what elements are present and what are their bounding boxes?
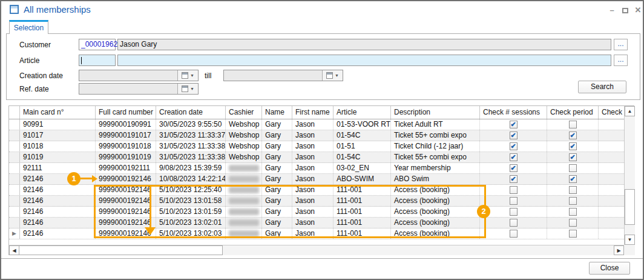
cell-first-name[interactable]: Jason <box>292 174 334 184</box>
column-header[interactable]: Full card number <box>96 106 156 119</box>
table-row[interactable]: 91019999900019101931/05/2023 11:33:38Web… <box>9 152 624 163</box>
check-period-checkbox[interactable] <box>569 230 577 238</box>
column-header[interactable]: Cashier <box>226 106 262 119</box>
row-selector-cell[interactable] <box>9 196 20 206</box>
creation-date-value[interactable] <box>79 70 177 82</box>
row-selector-cell[interactable] <box>9 141 20 152</box>
cell-description[interactable]: ABO Swim <box>391 174 480 184</box>
cell-main-card[interactable]: 91019 <box>20 152 96 162</box>
check-sessions-checkbox[interactable]: ✔ <box>510 132 518 139</box>
cell-name[interactable]: Gary <box>262 163 292 173</box>
cell-check-extra[interactable] <box>599 174 624 184</box>
check-period-checkbox[interactable]: ✔ <box>569 175 577 183</box>
check-sessions-checkbox[interactable]: ✔ <box>510 175 518 183</box>
tab-selection[interactable]: Selection <box>9 20 48 34</box>
row-selector-cell[interactable] <box>9 119 20 130</box>
cell-main-card[interactable]: 92146 <box>20 228 96 239</box>
cell-creation-date[interactable]: 30/05/2023 9:55:50 <box>156 119 226 130</box>
row-selector-cell[interactable] <box>9 163 20 173</box>
cell-check-extra[interactable] <box>599 196 624 206</box>
row-selector-cell[interactable] <box>9 130 20 141</box>
check-sessions-checkbox[interactable]: ✔ <box>510 164 518 172</box>
column-header[interactable]: Creation date <box>156 106 226 119</box>
cell-cashier[interactable]: Webshop <box>226 141 262 152</box>
check-period-checkbox[interactable] <box>569 186 577 194</box>
cell-creation-date[interactable]: 9/08/2023 15:39:59 <box>156 163 226 173</box>
table-row[interactable]: 90991999900019099130/05/2023 9:55:50Webs… <box>9 119 624 130</box>
cell-check-extra[interactable] <box>599 152 624 162</box>
cell-name[interactable]: Gary <box>262 174 292 184</box>
cell-first-name[interactable]: Jason <box>292 152 334 162</box>
cell-description[interactable]: Ticket Child (-12 jaar) <box>391 141 480 152</box>
cell-creation-date[interactable]: 31/05/2023 11:33:37 <box>156 130 226 141</box>
row-selector-cell[interactable] <box>9 174 20 184</box>
cell-description[interactable]: Ticket 55+ combi expo <box>391 130 480 141</box>
check-period-checkbox[interactable]: ✔ <box>569 132 577 139</box>
column-header[interactable]: Check se <box>599 106 624 119</box>
cell-full-card[interactable]: 9999000190991 <box>96 119 156 130</box>
check-period-checkbox[interactable] <box>569 121 577 128</box>
cell-article[interactable]: 01-53-VOOR RT <box>334 119 391 130</box>
scroll-right-icon[interactable]: ▶ <box>614 245 624 255</box>
cell-description[interactable]: Ticket Adult RT <box>391 119 480 130</box>
check-period-checkbox[interactable]: ✔ <box>569 153 577 161</box>
table-row[interactable]: 92146999900019214610/08/2023 14:22:14Gar… <box>9 174 624 185</box>
cell-cashier[interactable] <box>226 174 262 184</box>
cell-cashier[interactable] <box>226 163 262 173</box>
cell-main-card[interactable]: 91018 <box>20 141 96 152</box>
column-header[interactable]: First name <box>292 106 334 119</box>
cell-article[interactable]: 01-51 <box>334 141 391 152</box>
column-header[interactable]: Check # sessions <box>480 106 547 119</box>
check-period-checkbox[interactable] <box>569 219 577 227</box>
cell-check-extra[interactable] <box>599 119 624 130</box>
column-header[interactable]: Description <box>391 106 480 119</box>
cell-full-card[interactable]: 9999000191018 <box>96 141 156 152</box>
cell-cashier[interactable]: Webshop <box>226 152 262 162</box>
cell-full-card[interactable]: 9999000191019 <box>96 152 156 162</box>
cell-check-extra[interactable] <box>599 130 624 141</box>
till-date-picker-button[interactable]: ▼ <box>322 70 343 81</box>
ref-date-value[interactable] <box>79 84 177 95</box>
cell-cashier[interactable]: Webshop <box>226 130 262 141</box>
cell-article[interactable]: 01-54C <box>334 130 391 141</box>
close-button[interactable]: Close <box>589 262 630 275</box>
ref-date-picker-button[interactable]: ▼ <box>177 84 198 94</box>
cell-creation-date[interactable]: 10/08/2023 14:22:14 <box>156 174 226 184</box>
till-date-value[interactable] <box>224 70 322 82</box>
article-browse-button[interactable]: ... <box>614 55 628 66</box>
cell-article[interactable]: 03-02_EN <box>334 163 391 173</box>
close-icon[interactable]: ✕ <box>633 6 643 15</box>
horizontal-scrollbar-thumb[interactable] <box>19 245 223 255</box>
cell-main-card[interactable]: 92111 <box>20 163 96 173</box>
cell-check-extra[interactable] <box>599 207 624 217</box>
till-date-field[interactable]: ▼ <box>223 70 343 81</box>
scroll-down-icon[interactable]: ▼ <box>625 235 635 245</box>
check-sessions-checkbox[interactable] <box>510 230 518 238</box>
creation-date-picker-button[interactable]: ▼ <box>177 70 198 81</box>
check-sessions-checkbox[interactable] <box>510 186 518 194</box>
cell-description[interactable]: Ticket 55+ combi expo <box>391 152 480 162</box>
minimize-icon[interactable]: – <box>607 6 617 15</box>
customer-number-field[interactable]: _00001962 <box>79 39 116 50</box>
row-selector-cell[interactable] <box>9 218 20 228</box>
check-sessions-checkbox[interactable] <box>510 219 518 227</box>
column-header[interactable]: Check period <box>547 106 599 119</box>
cell-main-card[interactable]: 92146 <box>20 196 96 206</box>
check-period-checkbox[interactable] <box>569 164 577 172</box>
column-header[interactable]: Name <box>262 106 292 119</box>
row-selector-cell[interactable]: ▶ <box>9 228 20 239</box>
cell-main-card[interactable]: 90991 <box>20 119 96 130</box>
customer-browse-button[interactable]: ... <box>614 39 628 50</box>
cell-creation-date[interactable]: 31/05/2023 11:33:38 <box>156 152 226 162</box>
scroll-up-icon[interactable]: ▲ <box>625 106 635 116</box>
cell-check-extra[interactable] <box>599 163 624 173</box>
column-header[interactable]: Main card n° <box>20 106 96 119</box>
scroll-left-icon[interactable]: ◀ <box>9 245 19 255</box>
cell-first-name[interactable]: Jason <box>292 163 334 173</box>
creation-date-field[interactable]: ▼ <box>79 70 199 81</box>
row-selector-cell[interactable] <box>9 152 20 162</box>
cell-name[interactable]: Gary <box>262 119 292 130</box>
check-sessions-checkbox[interactable]: ✔ <box>510 121 518 128</box>
cell-main-card[interactable]: 91017 <box>20 130 96 141</box>
article-name-field[interactable] <box>117 55 611 66</box>
